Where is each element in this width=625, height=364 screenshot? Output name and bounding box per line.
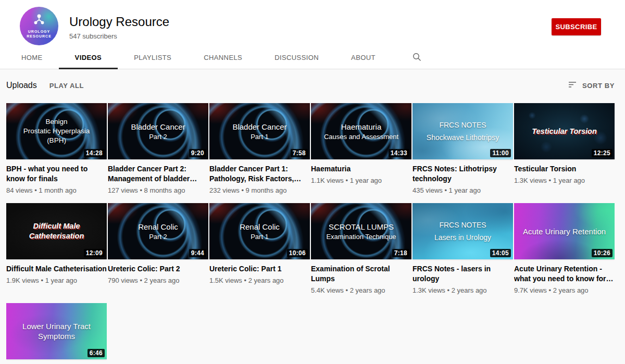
video-title[interactable]: Acute Urinary Retention - what you need … [514,264,615,284]
video-title[interactable]: FRCS Notes - lasers in urology [413,264,513,284]
duration-badge: 10:26 [592,249,612,257]
video-meta: 435 views • 1 year ago [413,186,513,194]
thumbnail-text-line: Part 1 [214,233,306,241]
video-thumbnail[interactable]: Renal ColicPart 2 9:44 [108,203,208,259]
thumbnail-text-line: Difficult Male Catheterisation [10,221,103,241]
avatar-text-line: RESOURCE [27,34,52,39]
thumbnail-text: Renal ColicPart 1 [209,222,310,241]
video-title[interactable]: Difficult Male Catheterisation [6,264,107,274]
youtube-channel-page: UROLOGY RESOURCE Urology Resource 547 su… [0,0,625,364]
thumbnail-text: HaematuriaCauses and Assessment [311,122,411,141]
channel-avatar[interactable]: UROLOGY RESOURCE [20,7,58,45]
video-thumbnail[interactable]: BenignProstatic Hyperplasia(BPH) 14:28 [6,103,107,159]
video-meta: 1.1K views • 1 year ago [311,177,411,184]
video-card[interactable]: Testicular Torsion 12:25 Testicular Tors… [514,103,615,203]
video-thumbnail[interactable]: Bladder CancerPart 2 9:20 [108,103,208,159]
duration-badge: 11:00 [490,149,511,157]
video-thumbnail[interactable]: Difficult Male Catheterisation 12:09 [6,203,107,259]
video-card[interactable]: HaematuriaCauses and Assessment 14:33 Ha… [311,103,411,203]
video-meta: 127 views • 8 months ago [108,186,208,194]
duration-badge: 9:44 [189,249,206,257]
video-meta: 1.5K views • 2 years ago [209,277,310,284]
thumbnail-text: FRCS NOTESLasers in Urology [413,221,513,242]
video-card[interactable]: Renal ColicPart 1 10:06 Ureteric Colic: … [209,203,310,303]
duration-badge: 7:58 [291,149,308,157]
video-card[interactable]: Bladder CancerPart 1 7:58 Bladder Cancer… [209,103,310,203]
thumbnail-text-line: FRCS NOTES [417,221,509,230]
video-title[interactable]: BPH - what you need to know for finals [6,164,107,184]
thumbnail-text-line: (BPH) [10,136,103,145]
video-title[interactable]: FRCS Notes: Lithotripsy technology [413,164,513,184]
sort-icon [568,81,578,90]
play-all-button[interactable]: PLAY ALL [49,82,84,90]
thumbnail-text-line: Acute Urinary Retention [518,227,610,236]
video-title[interactable]: Bladder Cancer Part 1: Pathology, Risk F… [209,164,310,184]
video-title[interactable]: Testicular Torsion [514,164,615,174]
video-meta: 232 views • 9 months ago [209,186,310,194]
tab-playlists[interactable]: PLAYLISTS [118,47,188,69]
thumbnail-text-line: Shockwave Lithotripsy [417,133,509,142]
video-card[interactable]: FRCS NOTESLasers in Urology 14:05 FRCS N… [413,203,513,303]
tab-discussion[interactable]: DISCUSSION [258,47,335,69]
sort-by-label: SORT BY [582,82,615,90]
video-thumbnail[interactable]: FRCS NOTESShockwave Lithotripsy 11:00 [413,103,513,159]
video-card[interactable]: Difficult Male Catheterisation 12:09 Dif… [6,203,107,303]
molecule-icon [32,14,46,29]
video-title[interactable]: Ureteric Colic: Part 2 [108,264,208,274]
video-meta: 84 views • 1 month ago [6,186,107,194]
video-card[interactable]: Bladder CancerPart 2 9:20 Bladder Cancer… [108,103,208,203]
thumbnail-text-line: Part 1 [214,133,306,141]
thumbnail-text-line: Part 2 [112,133,204,141]
video-meta: 1.3K views • 2 years ago [413,286,513,294]
video-meta: 790 views • 2 years ago [108,277,208,284]
thumbnail-text: Bladder CancerPart 1 [209,122,310,141]
video-thumbnail[interactable]: Lower Urinary Tract Symptoms 6:46 [6,303,107,359]
thumbnail-text: SCROTAL LUMPSExamination Technique [311,222,411,241]
duration-badge: 12:09 [84,249,105,257]
thumbnail-text-line: Haematuria [315,122,407,132]
channel-search-button[interactable] [399,47,435,69]
thumbnail-text: Bladder CancerPart 2 [108,122,208,141]
tab-about[interactable]: ABOUT [335,47,392,69]
video-card[interactable]: SCROTAL LUMPSExamination Technique 7:18 … [311,203,411,303]
thumbnail-text-line: Renal Colic [214,222,306,232]
video-thumbnail[interactable]: Bladder CancerPart 1 7:58 [209,103,310,159]
thumbnail-text-line: Examination Technique [315,233,407,241]
subscribe-button[interactable]: SUBSCRIBE [552,18,601,35]
video-grid: BenignProstatic Hyperplasia(BPH) 14:28 B… [6,103,619,364]
uploads-title: Uploads [6,81,37,90]
video-title[interactable]: Haematuria [311,164,411,174]
sort-by-button[interactable]: SORT BY [568,81,615,90]
video-card[interactable]: Renal ColicPart 2 9:44 Ureteric Colic: P… [108,203,208,303]
tab-home[interactable]: HOME [5,47,59,69]
video-thumbnail[interactable]: HaematuriaCauses and Assessment 14:33 [311,103,411,159]
channel-title: Urology Resource [69,15,169,29]
video-title[interactable]: Examination of Scrotal Lumps [311,264,411,284]
thumbnail-text-line: FRCS NOTES [417,121,509,130]
thumbnail-text-line: Lasers in Urology [417,233,509,242]
thumbnail-text-line: Lower Urinary Tract Symptoms [10,321,103,341]
thumbnail-text: Acute Urinary Retention [514,227,615,236]
video-thumbnail[interactable]: Acute Urinary Retention 10:26 [514,203,615,259]
channel-meta: Urology Resource 547 subscribers [69,15,169,40]
channel-header: UROLOGY RESOURCE Urology Resource 547 su… [0,0,625,47]
tab-channels[interactable]: CHANNELS [188,47,258,69]
video-title[interactable]: Bladder Cancer Part 2: Management of bla… [108,164,208,184]
video-thumbnail[interactable]: Testicular Torsion 12:25 [514,103,615,159]
tab-videos[interactable]: VIDEOS [59,47,118,69]
channel-tabs: HOME VIDEOS PLAYLISTS CHANNELS DISCUSSIO… [0,47,625,69]
video-card[interactable]: FRCS NOTESShockwave Lithotripsy 11:00 FR… [413,103,513,203]
thumbnail-text: FRCS NOTESShockwave Lithotripsy [413,121,513,142]
video-card[interactable]: BenignProstatic Hyperplasia(BPH) 14:28 B… [6,103,107,203]
video-thumbnail[interactable]: SCROTAL LUMPSExamination Technique 7:18 [311,203,411,259]
video-title[interactable]: Ureteric Colic: Part 1 [209,264,310,274]
thumbnail-text-line: SCROTAL LUMPS [315,222,407,232]
videos-tab-content: Uploads PLAY ALL SORT BY BenignProstatic… [0,69,625,364]
video-thumbnail[interactable]: FRCS NOTESLasers in Urology 14:05 [413,203,513,259]
duration-badge: 14:05 [490,249,511,257]
video-card[interactable]: Acute Urinary Retention 10:26 Acute Urin… [514,203,615,303]
avatar-text-line: UROLOGY [28,29,50,34]
video-thumbnail[interactable]: Renal ColicPart 1 10:06 [209,203,310,259]
video-card[interactable]: Lower Urinary Tract Symptoms 6:46 [6,303,107,364]
thumbnail-text-line: Benign [10,117,103,127]
